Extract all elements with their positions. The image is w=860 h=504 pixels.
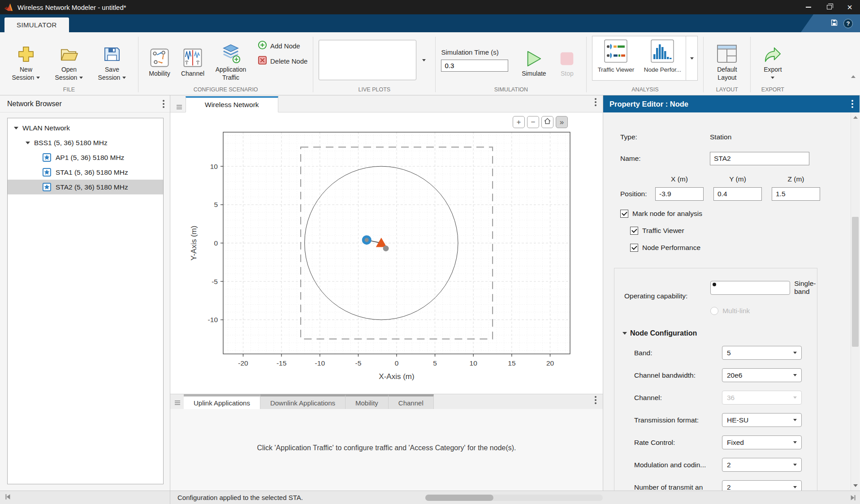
node-config-groupbox: Operating capability: Single-band Multi-… [614,268,817,491]
simulate-button[interactable]: Simulate [516,43,551,78]
restore-view-button[interactable] [541,116,553,128]
add-node-icon [258,40,267,51]
rate-control-select[interactable]: Fixed [722,435,802,449]
scrollbar-thumb[interactable] [425,495,493,501]
live-plots-listbox[interactable] [319,40,416,80]
chevron-down-icon [690,57,694,60]
mobility-icon [150,43,169,67]
checkbox-checked-icon[interactable] [630,244,638,252]
checkbox-checked-icon[interactable] [630,227,638,235]
svg-text:-15: -15 [277,359,286,367]
star-icon [43,168,51,177]
svg-text:X-Axis (m): X-Axis (m) [379,372,414,381]
canvas-menu-button[interactable] [595,98,596,106]
tree-item-bss1[interactable]: BSS1 (5, 36) 5180 MHz [8,135,163,150]
delete-node-button[interactable]: Delete Node [258,56,307,66]
chevron-up-icon [851,75,856,78]
tree-item-wlan-network[interactable]: WLAN Network [8,121,163,135]
mobility-button[interactable]: Mobility [144,43,175,78]
channel-bandwidth-label: Channel bandwidth: [634,371,722,379]
channel-bandwidth-select[interactable]: 20e6 [722,368,802,382]
channel-button[interactable]: Channel [177,43,208,78]
quick-save-icon[interactable] [830,19,838,28]
network-browser-panel: Network Browser WLAN Network BSS1 (5, 36… [0,95,170,491]
axes-toolbar-expand-button[interactable]: » [556,116,568,128]
tree-collapse-icon[interactable] [14,127,18,129]
scroll-down-icon[interactable] [853,484,858,487]
default-layout-button[interactable]: Default Layout [709,39,745,82]
configuration-panel-menu-button[interactable] [595,396,596,404]
property-editor-menu-button[interactable] [851,100,853,108]
svg-text:-20: -20 [238,359,248,367]
ribbon: New Session Open Session Save Session [0,32,860,95]
collapse-right-icon[interactable] [849,494,857,504]
restore-button[interactable] [819,0,839,14]
mcs-select[interactable]: 2 [722,458,802,472]
network-plot-axes[interactable]: -20-15-10-505101520-10-50510X-Axis (m)Y-… [170,112,592,387]
live-plots-dropdown-button[interactable] [418,40,430,80]
transmission-format-select[interactable]: HE-SU [722,413,802,427]
add-node-button[interactable]: Add Node [258,40,307,51]
position-z-field[interactable] [772,187,820,201]
chevron-down-icon [122,77,126,79]
num-transmit-antennas-select[interactable]: 2 [722,480,802,491]
ribbon-group-file: New Session Open Session Save Session [0,32,138,95]
open-session-icon [60,39,78,63]
position-x-field[interactable] [655,187,704,201]
tab-downlink-applications[interactable]: Downlink Applications [260,394,346,409]
minimize-button[interactable] [798,0,819,14]
band-select[interactable]: 5 [722,346,802,360]
tree-item-ap1[interactable]: AP1 (5, 36) 5180 MHz [8,150,163,165]
position-y-field[interactable] [713,187,762,201]
tab-channel[interactable]: Channel [389,394,434,409]
network-plot: -20-15-10-505101520-10-50510X-Axis (m)Y-… [170,112,603,394]
drag-handle-icon[interactable] [177,105,182,106]
simulation-time-input[interactable] [441,60,508,72]
node-performance-button[interactable]: Node Perfor... [639,36,686,80]
section-label-simulation: SIMULATION [436,84,586,95]
horizontal-scrollbar[interactable] [425,495,603,501]
collapse-left-icon[interactable] [4,493,12,503]
traffic-viewer-icon [604,39,627,64]
network-browser-menu-button[interactable] [163,100,164,108]
tree-item-sta1[interactable]: STA1 (5, 36) 5180 MHz [8,165,163,180]
tab-uplink-applications[interactable]: Uplink Applications [184,394,260,409]
tree-item-sta2-selected[interactable]: STA2 (5, 36) 5180 MHz [8,180,163,194]
checkbox-checked-icon[interactable] [620,210,628,218]
tab-simulator[interactable]: SIMULATOR [4,17,69,32]
new-session-button[interactable]: New Session [5,39,47,82]
application-traffic-button[interactable]: Application Traffic [210,39,251,82]
svg-text:-10: -10 [208,316,218,323]
name-field[interactable] [710,152,809,165]
open-session-button[interactable]: Open Session [48,39,90,82]
axes-toolbar: + − » [513,116,568,128]
property-editor-scrollbar[interactable] [851,112,860,491]
single-band-radio-row[interactable]: Single-band [710,280,817,296]
zoom-out-button[interactable]: − [527,116,539,128]
collapse-ribbon-button[interactable] [851,72,856,80]
mark-node-checkbox-row[interactable]: Mark node for analysis [620,210,860,218]
zoom-in-button[interactable]: + [513,116,525,128]
section-collapse-icon[interactable] [622,332,627,335]
type-value: Station [710,133,731,141]
app-logo-icon [4,3,13,12]
export-button[interactable]: Export [756,39,789,82]
traffic-viewer-button[interactable]: Traffic Viewer [592,36,639,80]
chevron-down-icon [422,59,426,61]
radio-selected-icon[interactable] [710,281,790,295]
scroll-up-icon[interactable] [853,116,858,119]
scrollbar-thumb[interactable] [852,217,859,347]
drag-handle-icon[interactable] [175,401,180,401]
configuration-hint-text: Click 'Application Traffic' to configure… [257,444,516,491]
traffic-viewer-checkbox-row[interactable]: Traffic Viewer [630,227,860,235]
analysis-gallery-dropdown-button[interactable] [686,36,697,80]
save-session-button[interactable]: Save Session [91,39,133,82]
tab-wireless-network[interactable]: Wireless Network [186,96,278,112]
close-button[interactable]: × [839,0,860,14]
tab-mobility[interactable]: Mobility [346,394,389,409]
tree-collapse-icon[interactable] [26,142,30,144]
node-configuration-section-header[interactable]: Node Configuration [622,329,817,337]
chevron-down-icon [79,77,83,79]
node-performance-checkbox-row[interactable]: Node Performance [630,244,860,252]
help-button[interactable]: ? [843,19,853,28]
